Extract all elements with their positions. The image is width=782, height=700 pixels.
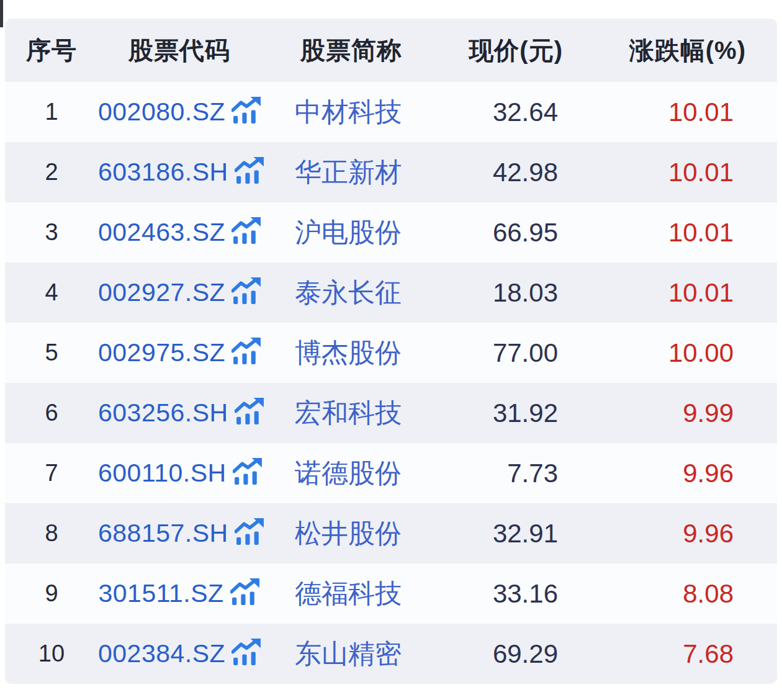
trend-up-chart-icon[interactable] bbox=[233, 458, 263, 486]
serial-number: 10 bbox=[5, 624, 98, 684]
change-percent: 9.96 bbox=[569, 443, 777, 503]
price-value: 7.73 bbox=[442, 443, 569, 503]
serial-number: 1 bbox=[5, 82, 98, 142]
trend-up-chart-icon[interactable] bbox=[231, 639, 262, 666]
change-percent: 10.01 bbox=[569, 82, 777, 142]
serial-number: 6 bbox=[5, 383, 98, 443]
price-value: 18.03 bbox=[442, 262, 569, 323]
stock-rank-card: 序号 股票代码 股票简称 现价(元) 涨跌幅(%) 1 002080.SZ bbox=[5, 19, 777, 684]
stock-name-link[interactable]: 诺德股份 bbox=[261, 443, 442, 503]
stock-code-link[interactable]: 600110.SH bbox=[98, 459, 227, 488]
table-row: 5 002975.SZ 博杰股份 77.00 10.00 bbox=[5, 323, 777, 383]
change-percent: 9.99 bbox=[569, 383, 777, 443]
change-percent: 10.01 bbox=[569, 142, 777, 202]
table-row: 8 688157.SH 松井股份 32.91 9.96 bbox=[5, 503, 777, 563]
stock-name-link[interactable]: 博杰股份 bbox=[261, 323, 442, 383]
price-value: 32.91 bbox=[442, 503, 569, 563]
change-percent: 10.01 bbox=[569, 202, 777, 262]
col-header-code: 股票代码 bbox=[98, 19, 261, 82]
col-header-change: 涨跌幅(%) bbox=[569, 19, 777, 82]
stock-name-link[interactable]: 中材科技 bbox=[261, 82, 442, 142]
screen-edge-artifact bbox=[0, 0, 3, 27]
table-row: 10 002384.SZ 东山精密 69.29 7.68 bbox=[5, 624, 777, 684]
stock-code-link[interactable]: 002384.SZ bbox=[98, 639, 225, 668]
stock-name-link[interactable]: 松井股份 bbox=[261, 503, 442, 563]
stock-code-cell: 002927.SZ bbox=[98, 262, 261, 323]
stock-code-cell: 002080.SZ bbox=[98, 82, 261, 142]
serial-number: 2 bbox=[5, 142, 98, 202]
price-value: 66.95 bbox=[442, 202, 569, 262]
stock-code-link[interactable]: 301511.SZ bbox=[98, 579, 223, 608]
serial-number: 9 bbox=[5, 563, 98, 624]
price-value: 32.64 bbox=[442, 82, 569, 142]
stock-code-cell: 002463.SZ bbox=[98, 202, 261, 262]
stock-name-link[interactable]: 沪电股份 bbox=[261, 202, 442, 262]
col-header-index: 序号 bbox=[5, 19, 98, 82]
stock-table-body: 1 002080.SZ 中材科技 32.64 10.01 2 603186.SH bbox=[5, 82, 777, 684]
price-value: 42.98 bbox=[442, 142, 569, 202]
price-value: 33.16 bbox=[442, 563, 569, 624]
stock-name-link[interactable]: 宏和科技 bbox=[261, 383, 442, 443]
stock-name-link[interactable]: 东山精密 bbox=[261, 624, 442, 684]
trend-up-chart-icon[interactable] bbox=[231, 277, 262, 305]
trend-up-chart-icon[interactable] bbox=[231, 338, 262, 366]
price-value: 31.92 bbox=[442, 383, 569, 443]
table-row: 1 002080.SZ 中材科技 32.64 10.01 bbox=[5, 82, 777, 142]
stock-name-link[interactable]: 德福科技 bbox=[261, 563, 442, 624]
serial-number: 3 bbox=[5, 202, 98, 262]
table-row: 6 603256.SH 宏和科技 31.92 9.99 bbox=[5, 383, 777, 443]
stock-code-link[interactable]: 002975.SZ bbox=[98, 338, 225, 367]
stock-code-cell: 002384.SZ bbox=[98, 624, 261, 684]
stock-code-cell: 301511.SZ bbox=[98, 563, 261, 624]
table-row: 3 002463.SZ 沪电股份 66.95 10.01 bbox=[5, 202, 777, 262]
trend-up-chart-icon[interactable] bbox=[235, 157, 265, 185]
price-value: 69.29 bbox=[442, 624, 569, 684]
table-row: 9 301511.SZ 德福科技 33.16 8.08 bbox=[5, 563, 777, 624]
col-header-name: 股票简称 bbox=[261, 19, 442, 82]
price-value: 77.00 bbox=[442, 323, 569, 383]
table-row: 7 600110.SH 诺德股份 7.73 9.96 bbox=[5, 443, 777, 503]
stock-code-link[interactable]: 603186.SH bbox=[98, 158, 228, 187]
trend-up-chart-icon[interactable] bbox=[231, 97, 262, 125]
stock-code-cell: 600110.SH bbox=[98, 443, 261, 503]
stock-code-link[interactable]: 002463.SZ bbox=[98, 218, 225, 247]
stock-code-link[interactable]: 603256.SH bbox=[98, 398, 228, 428]
table-row: 2 603186.SH 华正新材 42.98 10.01 bbox=[5, 142, 777, 202]
stock-name-link[interactable]: 华正新材 bbox=[261, 142, 442, 202]
change-percent: 10.01 bbox=[569, 262, 777, 323]
serial-number: 7 bbox=[5, 443, 98, 503]
change-percent: 8.08 bbox=[569, 563, 777, 624]
change-percent: 9.96 bbox=[569, 503, 777, 563]
change-percent: 7.68 bbox=[569, 624, 777, 684]
trend-up-chart-icon[interactable] bbox=[235, 518, 265, 546]
stock-code-link[interactable]: 002927.SZ bbox=[98, 278, 225, 307]
stock-code-link[interactable]: 688157.SH bbox=[98, 519, 228, 548]
table-header-row: 序号 股票代码 股票简称 现价(元) 涨跌幅(%) bbox=[5, 19, 777, 82]
table-row: 4 002927.SZ 泰永长征 18.03 10.01 bbox=[5, 262, 777, 323]
serial-number: 8 bbox=[5, 503, 98, 563]
stock-code-cell: 002975.SZ bbox=[98, 323, 261, 383]
serial-number: 4 bbox=[5, 262, 98, 323]
trend-up-chart-icon[interactable] bbox=[231, 217, 262, 245]
stock-code-cell: 603256.SH bbox=[98, 383, 261, 443]
trend-up-chart-icon[interactable] bbox=[230, 578, 261, 606]
col-header-price: 现价(元) bbox=[442, 19, 569, 82]
stock-code-cell: 603186.SH bbox=[98, 142, 261, 202]
trend-up-chart-icon[interactable] bbox=[235, 398, 265, 426]
serial-number: 5 bbox=[5, 323, 98, 383]
stock-name-link[interactable]: 泰永长征 bbox=[261, 262, 442, 323]
stock-code-link[interactable]: 002080.SZ bbox=[98, 97, 225, 127]
stock-code-cell: 688157.SH bbox=[98, 503, 261, 563]
change-percent: 10.00 bbox=[569, 323, 777, 383]
stock-rank-table: 序号 股票代码 股票简称 现价(元) 涨跌幅(%) 1 002080.SZ bbox=[5, 19, 777, 684]
